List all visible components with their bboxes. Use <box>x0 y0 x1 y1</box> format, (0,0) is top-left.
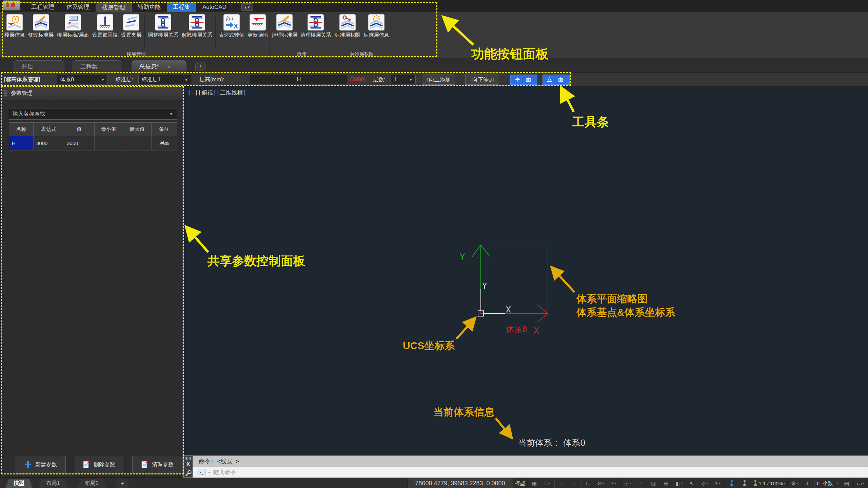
col-max[interactable]: 最大值 <box>123 123 152 136</box>
ribbon-collapse-button[interactable]: ▴▾ <box>241 3 253 11</box>
set-mezzanine-button[interactable]: 设置夹层 <box>119 14 143 38</box>
selection-filter-toggle[interactable]: ◇▾ <box>699 479 711 488</box>
layout-tab-layout1[interactable]: 布局1 <box>38 479 68 488</box>
col-value[interactable]: 值 <box>64 123 95 136</box>
lineweight-toggle[interactable]: ≡ <box>634 479 647 488</box>
dynamic-ucs-toggle[interactable]: ↖ <box>686 479 698 488</box>
viewport-label[interactable]: [-][俯视][二维线框] <box>188 89 246 97</box>
param-search-combobox[interactable]: 输入名称查找 ▼ <box>9 108 177 120</box>
col-expr[interactable]: 表达式 <box>34 123 64 136</box>
modify-std-layer-button[interactable]: 修改标准层 <box>26 14 55 38</box>
col-note[interactable]: 备注 <box>152 123 177 136</box>
command-panel-grip[interactable]: X <box>184 456 193 477</box>
add-down-button[interactable]: ↓向下添加 <box>465 75 498 85</box>
std-layer-permission-button[interactable]: 标准层权限 <box>333 14 362 38</box>
display-lock-button[interactable]: ▭▾ <box>854 479 867 488</box>
col-name[interactable]: 名称 <box>9 123 34 136</box>
selection-cycling-icon: ⊞ <box>664 480 668 487</box>
elevation-view-button[interactable]: 立 面 <box>542 75 570 85</box>
expression-to-value-button[interactable]: f(h) X 表达式转值 <box>217 14 246 38</box>
close-icon[interactable]: x <box>168 64 170 69</box>
model-space-toggle[interactable]: 模型 <box>514 479 527 488</box>
std-layer-select[interactable]: 标准层1▼ <box>138 75 191 84</box>
grid-display-icon: ▦ <box>532 480 537 487</box>
coordinates-readout[interactable]: 78600.4779, 39583.2283, 0.0000 <box>407 478 513 488</box>
ribbon-tab-system-mgmt[interactable]: 体系管理 <box>60 2 96 12</box>
cell-name[interactable]: H <box>9 136 34 150</box>
clean-param-button[interactable]: ✕ 清理参数 <box>132 456 182 473</box>
annotation-autoscale-toggle[interactable] <box>738 479 751 488</box>
chevron-down-icon: ▾ <box>707 482 708 485</box>
annotation-add-button[interactable]: + <box>801 479 813 488</box>
layout-tab-model[interactable]: 模型 <box>5 479 33 488</box>
command-input[interactable]: >_ ▾ 键入命令 <box>193 467 868 477</box>
grid-display-toggle[interactable]: ▦ <box>528 479 540 488</box>
add-up-button[interactable]: ↑向上添加 <box>422 75 455 85</box>
drawing-canvas[interactable] <box>183 87 868 478</box>
new-doc-tab-button[interactable]: + <box>195 62 205 70</box>
object-snap-3d-toggle[interactable]: ◧▾ <box>673 479 685 488</box>
floor-elevation-icon <box>65 14 81 30</box>
annotation-autoscale-icon <box>742 480 747 487</box>
dynamic-input-toggle[interactable]: + <box>568 479 580 488</box>
gizmo-toggle[interactable]: ⌖▾ <box>712 479 724 488</box>
expression-to-value-icon: f(h) X <box>223 14 240 30</box>
height-hint: (3000) <box>350 73 366 87</box>
object-snap-toggle[interactable]: ⊡▾ <box>622 479 634 488</box>
annotation-visibility-toggle[interactable] <box>726 479 738 488</box>
update-site-button[interactable]: 更新场地 <box>246 14 270 38</box>
ortho-toggle[interactable]: ∟ <box>582 479 594 488</box>
layout-tab-layout2[interactable]: 布局2 <box>77 479 107 488</box>
units-button[interactable]: ▮ 小数 ▾ <box>815 479 840 488</box>
cell-min[interactable] <box>95 136 123 150</box>
polar-tracking-toggle[interactable]: ⊘▾ <box>595 479 607 488</box>
app-logo-button[interactable] <box>3 0 20 11</box>
std-layer-info-icon: ! <box>368 14 384 30</box>
doc-tab-project-set[interactable]: 工程集 <box>73 60 121 73</box>
transparency-toggle[interactable]: ▨ <box>647 479 659 488</box>
ribbon-tab-project-mgmt[interactable]: 工程管理 <box>25 2 60 12</box>
snap-grid-toggle[interactable]: ∷▾ <box>541 479 553 488</box>
grip-dots-icon <box>185 457 192 460</box>
adjust-floor-relation-button[interactable]: 调整楼层关系 <box>146 14 180 38</box>
std-layer-info-button[interactable]: ! 标准层信息 <box>362 14 391 38</box>
workspace-switch-button[interactable]: ⚙▾ <box>788 479 801 488</box>
wrench-icon[interactable] <box>184 469 192 477</box>
system-select[interactable]: 体系0▼ <box>57 75 108 84</box>
clean-floor-relation-icon <box>308 14 324 30</box>
annotation-base-point: 体系基点&体系坐标系 <box>576 306 675 320</box>
snap-grid-icon: ∷ <box>544 480 548 487</box>
delete-param-button[interactable]: ✕ 删除参数 <box>74 456 124 473</box>
ribbon-tab-project-set[interactable]: 工程集 <box>167 2 196 12</box>
cell-note[interactable]: 层高 <box>152 136 177 150</box>
new-layout-button[interactable]: + <box>115 479 129 488</box>
ribbon-tab-aux[interactable]: 辅助功能 <box>132 2 167 12</box>
isodraft-toggle[interactable]: ×▾ <box>608 479 620 488</box>
cell-expr[interactable]: 3000 <box>34 136 64 150</box>
selection-filter-icon: ◇ <box>702 480 706 487</box>
col-min[interactable]: 最小值 <box>95 123 123 136</box>
snap-mode-toggle[interactable]: ⌐ <box>555 479 567 488</box>
height-input[interactable]: H <box>250 75 348 84</box>
table-row[interactable]: H 3000 3000 层高 <box>9 136 177 150</box>
floor-info-button[interactable]: ! 楼层信息 <box>3 14 26 38</box>
ribbon-tab-floor-mgmt[interactable]: 楼层管理 <box>96 2 132 12</box>
clean-floor-relation-button[interactable]: 清理楼层关系 <box>299 14 333 38</box>
clean-std-layer-button[interactable]: 清理标准层 <box>270 14 299 38</box>
layer-count-select[interactable]: 1▼ <box>391 75 416 84</box>
cell-value[interactable]: 3000 <box>64 136 95 150</box>
doc-tab-start[interactable]: 开始 <box>14 60 64 73</box>
plan-view-button[interactable]: 平 面 <box>510 75 537 85</box>
cell-max[interactable] <box>123 136 152 150</box>
annotation-scale-button[interactable]: 1:1 / 100% ▾ <box>751 479 787 488</box>
set-fixed-end-button[interactable]: 设置嵌固端 <box>91 14 119 38</box>
remove-floor-relation-button[interactable]: 解除楼层关系 <box>180 14 214 38</box>
new-param-button[interactable]: ✚ 新建参数 <box>16 456 66 473</box>
panel-grip-handle[interactable] <box>4 90 7 97</box>
floor-elevation-button[interactable]: 楼层标高/层高 <box>55 14 91 38</box>
quick-calc-button[interactable]: ▤ <box>841 479 853 488</box>
close-icon[interactable]: X <box>184 461 193 467</box>
selection-cycling-toggle[interactable]: ⊞ <box>660 479 672 488</box>
ribbon-tab-autocad[interactable]: AutoCAD <box>196 2 233 12</box>
doc-tab-general-info[interactable]: 总信息* x <box>132 60 186 73</box>
